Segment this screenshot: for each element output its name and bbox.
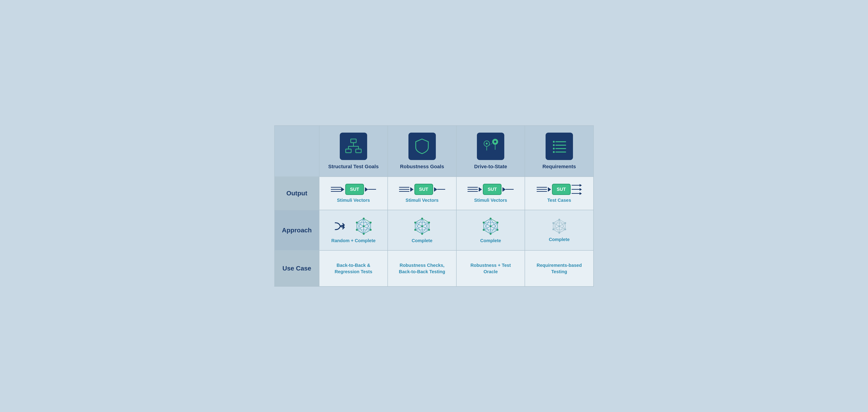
shield-icon [413, 137, 431, 155]
svg-point-9 [486, 143, 488, 145]
approach-label-text: Approach [282, 227, 312, 234]
usecase-cell-2: Robustness Checks,Back-to-Back Testing [388, 251, 456, 287]
output-label-4: Test Cases [530, 198, 589, 203]
header-requirements: Requirements [525, 125, 593, 177]
requirements-label: Requirements [530, 164, 589, 170]
approach-icons-1 [324, 217, 383, 235]
svg-point-134 [558, 226, 560, 227]
drive-to-state-label: Drive-to-State [461, 164, 520, 170]
output-row-label: Output [275, 177, 319, 210]
shuffle-icon [334, 219, 350, 233]
svg-point-45 [370, 222, 371, 224]
svg-point-17 [553, 144, 555, 146]
svg-point-48 [356, 229, 358, 231]
svg-point-105 [483, 222, 485, 224]
svg-point-76 [414, 229, 416, 231]
header-structural: Structural Test Goals [319, 125, 388, 177]
svg-point-102 [497, 229, 499, 231]
svg-rect-3 [356, 149, 361, 153]
svg-point-50 [363, 225, 365, 227]
checklist-icon [550, 137, 568, 155]
svg-point-19 [553, 148, 555, 149]
complete-network-icon-4 [551, 218, 567, 234]
output-cell-2: SUT Stimuli Vectors [388, 177, 456, 210]
approach-cell-4: Complete [525, 210, 593, 251]
sut-box-4: SUT [552, 184, 571, 195]
usecase-cell-1: Back-to-Back &Regression Tests [319, 251, 388, 287]
robustness-icon-box [408, 133, 436, 160]
usecase-cell-4: Requirements-basedTesting [525, 251, 593, 287]
sut-diagram-3: SUT [461, 184, 520, 195]
svg-line-55 [415, 218, 422, 223]
svg-point-132 [552, 229, 554, 230]
approach-icon-wrap-4 [530, 218, 589, 234]
sut-box-2: SUT [414, 184, 433, 195]
svg-point-13 [494, 141, 496, 143]
svg-line-120 [553, 229, 559, 233]
svg-point-106 [490, 225, 492, 227]
structural-icon-box [340, 133, 367, 160]
svg-point-15 [553, 141, 555, 143]
usecase-row: Use Case Back-to-Back &Regression Tests … [275, 251, 593, 287]
complete-network-icon-1 [354, 217, 373, 235]
complete-network-icon-3 [482, 217, 500, 235]
sut-diagram-2: SUT [393, 184, 452, 195]
sut-diagram-1: SUT [324, 184, 383, 195]
svg-point-103 [490, 233, 492, 235]
approach-icon-wrap-2 [393, 217, 452, 235]
svg-point-129 [564, 222, 566, 224]
svg-point-46 [370, 229, 371, 231]
svg-line-32 [364, 230, 371, 234]
sut-diagram-4: SUT [530, 184, 589, 195]
svg-line-88 [491, 230, 497, 234]
structural-label: Structural Test Goals [324, 164, 383, 170]
usecase-cell-3: Robustness + TestOracle [456, 251, 525, 287]
svg-rect-0 [351, 139, 356, 143]
header-robustness: Robustness Goals [388, 125, 456, 177]
output-cell-4: SUT [525, 177, 593, 210]
location-pin-icon [481, 137, 500, 155]
usecase-row-label: Use Case [275, 251, 319, 287]
usecase-label-text: Use Case [282, 265, 311, 272]
svg-line-111 [553, 219, 559, 223]
svg-point-47 [363, 233, 365, 235]
header-drive-to-state: Drive-to-State [456, 125, 525, 177]
main-table: Structural Test Goals Robustness Goals [274, 125, 594, 287]
output-cell-3: SUT Stimuli Vectors [456, 177, 525, 210]
approach-label-1: Random + Complete [324, 238, 383, 243]
svg-point-130 [564, 229, 566, 230]
svg-point-78 [421, 225, 423, 227]
approach-label-2: Complete [393, 238, 452, 243]
svg-line-60 [422, 230, 429, 234]
svg-rect-1 [346, 149, 351, 153]
svg-point-72 [421, 217, 423, 219]
approach-label-3: Complete [461, 238, 520, 243]
output-cell-1: SUT Stimuli Vectors [319, 177, 388, 210]
svg-point-77 [414, 222, 416, 224]
drive-to-state-icon-box [477, 133, 504, 160]
output-label-2: Stimuli Vectors [393, 198, 452, 203]
sut-box-3: SUT [483, 184, 501, 195]
svg-line-83 [484, 218, 491, 223]
svg-point-104 [483, 229, 485, 231]
svg-point-44 [363, 217, 365, 219]
header-row: Structural Test Goals Robustness Goals [275, 125, 593, 177]
svg-line-27 [357, 218, 364, 223]
approach-label-4: Complete [530, 237, 589, 242]
requirements-icon-box [546, 133, 573, 160]
robustness-label: Robustness Goals [393, 164, 452, 170]
approach-cell-1: Random + Complete [319, 210, 388, 251]
svg-point-74 [428, 229, 430, 231]
approach-row-label: Approach [275, 210, 319, 251]
svg-point-133 [552, 222, 554, 224]
approach-cell-2: Complete [388, 210, 456, 251]
org-chart-icon [344, 137, 363, 155]
svg-point-49 [356, 222, 358, 224]
usecase-text-4: Requirements-basedTesting [532, 262, 586, 275]
svg-line-92 [484, 230, 491, 234]
header-empty-cell [275, 125, 319, 177]
svg-point-75 [421, 233, 423, 235]
svg-point-101 [497, 222, 499, 224]
svg-point-100 [490, 217, 492, 219]
sut-box-1: SUT [345, 184, 364, 195]
